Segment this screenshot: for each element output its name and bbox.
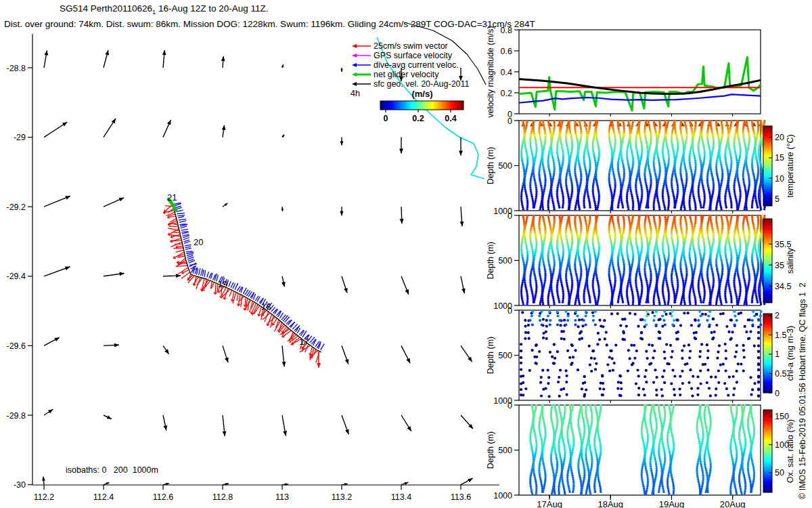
map-y-tick-label: -29.6 [7,341,26,351]
chl-a-point [743,356,746,358]
chl-a-point [593,357,596,360]
map-y-tick-label: -30 [14,480,26,490]
chl-a-point [540,394,543,397]
chl-a-point [627,370,629,373]
track-end-swim-arrow [317,352,321,368]
chl-a-point [706,356,709,359]
chl-a-point [566,394,568,396]
current-vector [281,207,284,211]
oxygen-point [535,492,537,494]
current-vector [163,345,169,354]
chl-a-point [535,344,537,347]
chl-a-point [578,318,581,321]
chl-a-frame [519,310,761,400]
oxygen-point [551,492,553,494]
current-vector [44,266,70,276]
chl-a-point [654,368,656,371]
chl-a-point [625,325,628,328]
chl-a-point [522,394,524,396]
chl-a-point [566,350,569,352]
chl-a-point [665,343,668,346]
oxygen-point [668,492,670,494]
arrow-head [340,142,343,146]
oxygen-point [744,492,746,494]
dive-avg-current-tick [231,282,233,288]
salinity-point [579,303,581,305]
chl-a-point [602,394,604,396]
current-vector [44,409,53,415]
chl-a-point [560,324,562,326]
temperature-colorbar: 5101520temperature (°C) [763,126,795,206]
chl-a-point [710,331,713,334]
chl-a-point [534,362,537,364]
chl-a-point [744,325,746,328]
temperature-point [689,208,691,210]
swim-vector-hair-head [237,303,238,305]
chl-a-point [712,318,715,320]
oxygen-point [658,491,660,493]
chl-a-point [541,369,544,372]
oxygen-colorbar-tick-label: 50 [775,468,784,478]
chl-a-point [679,375,681,378]
chl-a-point [675,338,678,341]
oxygen-point [558,492,560,494]
current-vector [104,415,112,419]
temperature-point [533,207,535,209]
chl-a-point [683,312,685,314]
chl-a-point [621,338,624,341]
chl-a-point [757,381,760,383]
dive-avg-current-tick [229,281,231,287]
chl-a-point [585,388,587,391]
salinity-point [553,303,555,305]
swim-vector-hair-head [310,356,311,358]
current-vector [44,337,60,345]
chl-a-point [658,318,660,321]
chl-a-point [565,381,568,383]
chl-a-point [696,375,699,378]
chl-a-point [661,394,664,397]
current-vector [281,135,284,137]
chl-a-surface-point [652,319,655,322]
salinity-point [721,303,723,305]
oxygen-point [645,492,647,494]
chl-a-point [545,331,547,333]
chl-a-point [663,351,666,354]
oxygen-y-tick-label: 500 [498,446,512,455]
temperature-point [568,208,570,210]
current-vector [282,345,286,366]
chl-a-point [687,312,690,314]
arrow-head [340,69,342,72]
arrow-head [48,409,53,413]
salinity-colorbar-label: salinity [786,247,795,274]
salinity-point [667,303,669,305]
chl-a-point [658,331,660,333]
current-vector [223,203,227,207]
salinity-point [760,303,762,305]
chl-a-point [531,349,534,352]
chl-a-point [637,325,639,328]
current-vector [44,50,48,68]
copyright-vertical-text: © IMOS 15-Feb-2019 05:01:56 Hobart time.… [798,282,807,499]
chl-a-point [613,362,616,364]
chl-a-point [589,364,591,366]
dive-avg-current-tick [179,221,187,222]
chl-a-surface-point [646,314,648,317]
chl-a-point [717,381,720,384]
current-vector-grid [42,50,473,486]
current-vector [104,272,125,276]
chl-a-point [757,345,760,347]
chl-a-point [723,382,726,385]
chl-a-point [715,376,717,379]
chl-a-point [634,313,637,316]
temperature-y-axis-label: Depth (m) [486,147,495,185]
oxygen-colorbar-label: Ox. sat. ratio (%) [786,419,795,483]
temperature-point [700,207,702,209]
date-tick-label: 18Aug [597,499,623,508]
temperature-point [751,207,753,209]
chl-a-point [520,343,522,345]
oxygen-point [652,492,654,494]
temperature-point [730,207,732,209]
chl-a-point [652,311,654,314]
chl-a-point [658,337,660,340]
chl-a-point [630,344,633,347]
